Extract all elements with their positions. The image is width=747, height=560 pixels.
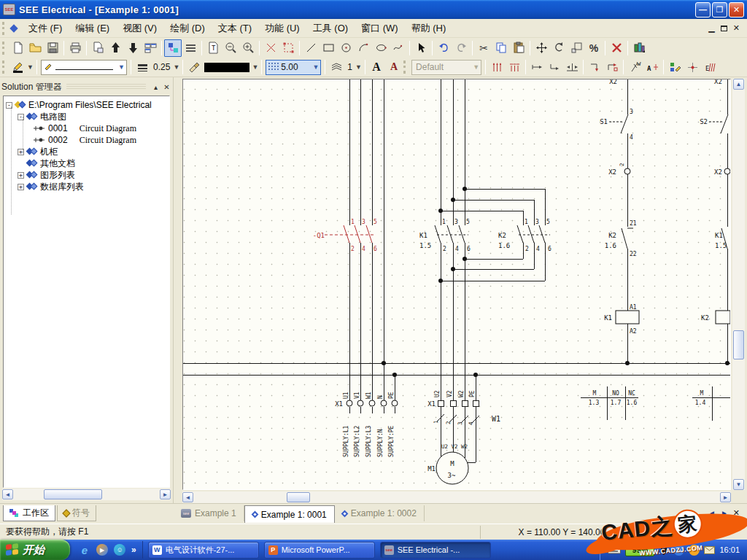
battery-indicator[interactable]: 99% bbox=[625, 544, 654, 556]
chart-button[interactable] bbox=[630, 39, 648, 57]
wire-cut-button[interactable]: w bbox=[626, 58, 643, 76]
tree-item-page-0002[interactable]: 0002 Circuit Diagram bbox=[4, 134, 169, 146]
new-button[interactable] bbox=[9, 39, 26, 57]
wire-junction-arrow-button[interactable] bbox=[563, 58, 581, 76]
minimize-button[interactable]: — bbox=[695, 2, 711, 18]
mail-icon[interactable] bbox=[704, 546, 715, 554]
tab-close-button[interactable]: ✕ bbox=[733, 508, 740, 518]
tab-example1-0002[interactable]: Example 1: 0002 bbox=[335, 505, 425, 521]
select-pointer-button[interactable] bbox=[412, 39, 430, 57]
mdi-close-button[interactable]: ✕ bbox=[733, 23, 740, 33]
quick-launch-chevron[interactable]: » bbox=[131, 545, 136, 555]
layer-dropdown[interactable]: ▼ bbox=[355, 60, 363, 75]
menu-tools[interactable]: 工具 (O) bbox=[306, 19, 355, 38]
undo-button[interactable] bbox=[435, 39, 452, 57]
page-list-button[interactable] bbox=[142, 39, 159, 57]
tree-item-page-0001[interactable]: 0001 Circuit Diagram bbox=[4, 122, 169, 134]
redo-button[interactable] bbox=[452, 39, 470, 57]
panel-close-button[interactable]: ✕ bbox=[161, 82, 172, 93]
page-down-button[interactable] bbox=[124, 39, 142, 57]
close-button[interactable]: ✕ bbox=[729, 2, 744, 18]
restore-button[interactable]: ❐ bbox=[712, 2, 727, 18]
power-plug-icon[interactable] bbox=[659, 545, 669, 555]
corner-up-button[interactable] bbox=[603, 58, 621, 76]
messenger-icon[interactable]: ☺ bbox=[114, 544, 125, 556]
menu-text[interactable]: 文本 (T) bbox=[212, 19, 258, 38]
toolbar-grip-3[interactable] bbox=[403, 61, 407, 74]
save-button[interactable] bbox=[44, 39, 61, 57]
scrollbar-thumb[interactable] bbox=[44, 489, 102, 499]
paste-button[interactable] bbox=[510, 39, 527, 57]
text-black-button[interactable]: A bbox=[368, 58, 385, 76]
task-word-document[interactable]: W 电气设计软件-27-... bbox=[148, 542, 259, 559]
tree-root[interactable]: - E:\Program Files\SEE Electrical bbox=[4, 99, 169, 111]
tab-example1[interactable]: see Example 1 bbox=[174, 505, 244, 521]
ie-icon[interactable]: e bbox=[79, 544, 90, 556]
text-size-button[interactable]: A bbox=[643, 58, 661, 76]
draw-circle-button[interactable] bbox=[337, 39, 355, 57]
scale-button[interactable] bbox=[568, 39, 585, 57]
scroll-right-button[interactable]: ► bbox=[720, 492, 731, 502]
page-properties-button[interactable] bbox=[89, 39, 107, 57]
menu-function[interactable]: 功能 (U) bbox=[258, 19, 306, 38]
scrollbar-thumb[interactable] bbox=[287, 492, 310, 502]
wire-branch-arrow-button[interactable] bbox=[546, 58, 563, 76]
line-style-select[interactable]: ▼ bbox=[41, 60, 127, 75]
panel-pin-button[interactable]: ▴ bbox=[150, 82, 161, 93]
menu-view[interactable]: 视图 (V) bbox=[116, 19, 163, 38]
circuit-diagram[interactable]: -Q1 1 3 5 2 4 6 K11.5 1 3 5 2 4 6 K21.6 … bbox=[183, 79, 730, 488]
delete-x-button[interactable] bbox=[262, 39, 279, 57]
node-edit-button[interactable] bbox=[684, 58, 701, 76]
draw-line-button[interactable] bbox=[302, 39, 320, 57]
tree-item-graphic-lists[interactable]: + 图形列表 bbox=[4, 169, 169, 181]
page-up-button[interactable] bbox=[107, 39, 124, 57]
fill-color-button[interactable] bbox=[185, 58, 203, 76]
zoom-out-button[interactable] bbox=[222, 39, 239, 57]
tray-app-icon[interactable] bbox=[689, 545, 700, 556]
draw-curve-button[interactable] bbox=[390, 39, 407, 57]
menu-edit[interactable]: 编辑 (E) bbox=[69, 19, 116, 38]
print-button[interactable] bbox=[66, 39, 84, 57]
zoom-in-button[interactable] bbox=[239, 39, 257, 57]
line-width-dropdown[interactable]: ▼ bbox=[172, 60, 180, 75]
copy-button[interactable] bbox=[492, 39, 510, 57]
pen-color-button[interactable] bbox=[9, 58, 26, 76]
draw-rect-button[interactable] bbox=[320, 39, 337, 57]
fill-color-dropdown[interactable]: ▼ bbox=[251, 60, 259, 75]
tab-symbols[interactable]: 符号 bbox=[57, 505, 96, 521]
scroll-down-button[interactable]: ▼ bbox=[733, 479, 744, 490]
task-powerpoint[interactable]: P Microsoft PowerP... bbox=[264, 542, 375, 559]
scale-percent-button[interactable]: % bbox=[585, 39, 603, 57]
potential-rail-button[interactable] bbox=[488, 58, 506, 76]
symbol-edit-button[interactable] bbox=[666, 58, 684, 76]
menu-file[interactable]: 文件 (F) bbox=[22, 19, 69, 38]
scroll-left-button[interactable]: ◄ bbox=[182, 492, 193, 502]
selection-box-button[interactable] bbox=[279, 39, 297, 57]
tree-item-other-docs[interactable]: 其他文档 bbox=[4, 158, 169, 169]
tree-expand-box[interactable]: + bbox=[18, 184, 24, 190]
menu-window[interactable]: 窗口 (W) bbox=[355, 19, 405, 38]
tab-scroll-left-button[interactable]: ◄ bbox=[708, 509, 716, 517]
open-button[interactable] bbox=[26, 39, 44, 57]
zoom-page-button[interactable]: T bbox=[204, 39, 222, 57]
start-button[interactable]: 开始 bbox=[0, 540, 70, 560]
layer-value[interactable]: 1 bbox=[345, 62, 355, 72]
tree-item-circuit-diagrams[interactable]: - 电路图 bbox=[4, 111, 169, 122]
line-width-value[interactable]: 0.25 bbox=[151, 62, 172, 72]
potential-rail-short-button[interactable] bbox=[506, 58, 523, 76]
wire-start-arrow-button[interactable] bbox=[528, 58, 546, 76]
draw-ellipse-button[interactable] bbox=[372, 39, 390, 57]
delete-button[interactable] bbox=[608, 39, 625, 57]
hide-icons-button[interactable]: « bbox=[673, 545, 684, 556]
scroll-left-button[interactable]: ◄ bbox=[2, 489, 13, 499]
menu-draw[interactable]: 绘制 (D) bbox=[163, 19, 212, 38]
scrollbar-thumb[interactable] bbox=[733, 330, 744, 359]
canvas-horizontal-scrollbar[interactable]: ◄ ► bbox=[182, 491, 731, 503]
rotate-button[interactable] bbox=[550, 39, 568, 57]
cut-button[interactable]: ✂ bbox=[475, 39, 492, 57]
scroll-up-button[interactable]: ▲ bbox=[733, 79, 744, 90]
tab-workspace[interactable]: 工作区 bbox=[3, 505, 55, 521]
toolbar-grip-2[interactable] bbox=[2, 61, 6, 74]
tab-example1-0001[interactable]: Example 1: 0001 bbox=[244, 505, 335, 523]
task-see-electrical[interactable]: see SEE Electrical -... bbox=[380, 542, 491, 559]
